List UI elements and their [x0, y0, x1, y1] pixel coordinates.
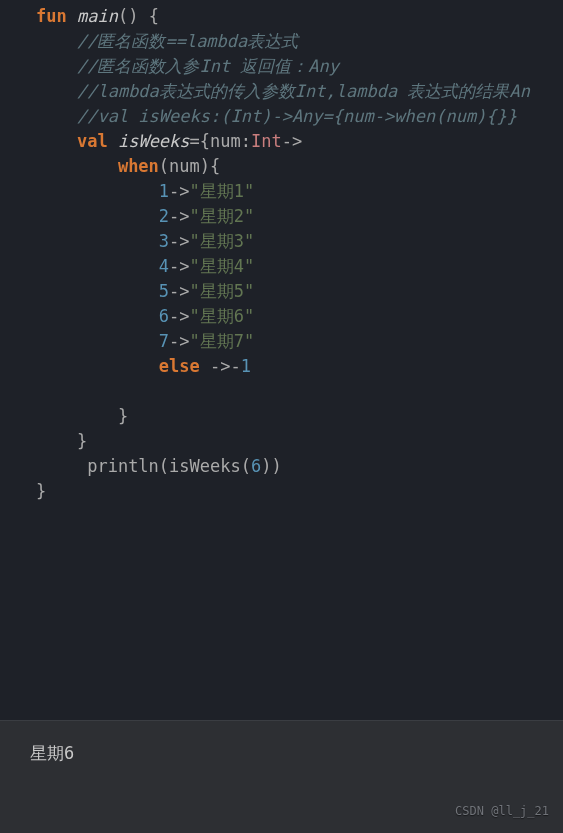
code-line: }	[0, 404, 563, 429]
code-line: println(isWeeks(6))	[0, 454, 563, 479]
code-line: 4->"星期4"	[0, 254, 563, 279]
code-editor[interactable]: fun main() { //匿名函数==lambda表达式 //匿名函数入参I…	[0, 0, 563, 720]
console-output: 星期6	[30, 741, 563, 766]
code-line: else ->-1	[0, 354, 563, 379]
code-line: 1->"星期1"	[0, 179, 563, 204]
code-line: 2->"星期2"	[0, 204, 563, 229]
code-comment: //lambda表达式的传入参数Int,lambda 表达式的结果An	[0, 79, 563, 104]
code-line: 5->"星期5"	[0, 279, 563, 304]
code-line: when(num){	[0, 154, 563, 179]
code-comment: //val isWeeks:(Int)->Any={num->when(num)…	[0, 104, 563, 129]
code-line: 6->"星期6"	[0, 304, 563, 329]
code-line: val isWeeks={num:Int->	[0, 129, 563, 154]
code-comment: //匿名函数==lambda表达式	[0, 29, 563, 54]
watermark: CSDN @ll_j_21	[455, 803, 549, 821]
code-blank	[0, 379, 563, 404]
code-line: }	[0, 429, 563, 454]
code-comment: //匿名函数入参Int 返回值：Any	[0, 54, 563, 79]
code-line: }	[0, 479, 563, 504]
code-line: 7->"星期7"	[0, 329, 563, 354]
code-line: fun main() {	[0, 4, 563, 29]
output-panel: 星期6 CSDN @ll_j_21	[0, 720, 563, 833]
code-line: 3->"星期3"	[0, 229, 563, 254]
